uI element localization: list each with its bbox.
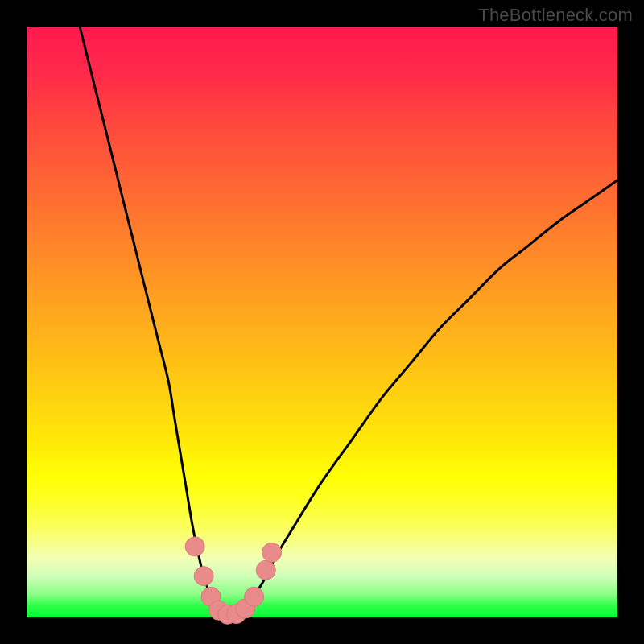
chart-overlay — [27, 27, 617, 617]
curve-marker — [245, 587, 264, 606]
watermark-text: TheBottleneck.com — [478, 5, 633, 26]
curve-marker — [194, 567, 213, 586]
curve-marker — [185, 537, 204, 556]
curve-markers — [185, 537, 281, 624]
curve-marker — [256, 560, 275, 580]
bottleneck-curve — [80, 27, 617, 615]
chart-frame: TheBottleneck.com — [0, 0, 644, 644]
curve-marker — [262, 543, 282, 562]
